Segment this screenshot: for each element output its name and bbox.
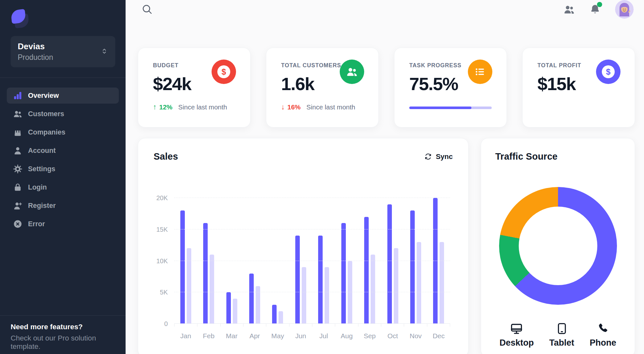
sidebar-item-label: Register [28,202,56,210]
chart-plot-area: 05K10K15K20K [174,198,450,324]
bar [410,210,415,324]
users-icon [13,109,23,119]
bar [364,217,369,324]
gridline [174,198,450,198]
x-axis-ticks [174,324,450,327]
sidebar-item-error[interactable]: Error [7,216,119,232]
bar [203,223,208,324]
budget-card: BUDGET $24k $ ↑ 12% Since last month [138,48,251,127]
notifications-bell-icon[interactable] [589,4,601,15]
sidebar-item-label: Account [28,147,56,155]
traffic-donut-chart [499,187,617,305]
x-tick-label: Feb [197,332,220,340]
legend-item-tablet: Tablet [549,322,574,348]
sidebar-item-login[interactable]: Login [7,179,119,195]
bar [226,292,231,324]
gear-icon [13,164,23,174]
total-profit-card: TOTAL PROFIT $15k $ [522,48,635,127]
search-icon[interactable] [141,3,153,15]
sidebar-item-companies[interactable]: Companies [7,124,119,140]
main-area: BUDGET $24k $ ↑ 12% Since last month TOT… [126,0,644,354]
sidebar-item-customers[interactable]: Customers [7,106,119,122]
bar [371,255,375,324]
x-tick-label: Sep [358,332,381,340]
sidebar-item-overview[interactable]: Overview [7,88,119,104]
dashboard-content: BUDGET $24k $ ↑ 12% Since last month TOT… [126,19,644,354]
sales-title: Sales [154,151,178,162]
bar-group [312,198,335,324]
sidebar-item-label: Companies [28,128,65,136]
donut-hole [519,207,597,285]
bar-group [427,198,450,324]
tablet-icon [555,322,568,335]
sync-button[interactable]: Sync [424,153,453,161]
stat-cards-row: BUDGET $24k $ ↑ 12% Since last month TOT… [138,48,635,127]
footer-title: Need more features? [11,323,115,331]
user-icon [13,146,23,155]
workspace-name: Devias [18,42,53,51]
trend-percent: 12% [159,103,173,111]
footer-subtitle: Check out our Pro solution template. [11,334,115,351]
sidebar-item-label: Error [28,220,45,228]
bar [233,299,237,324]
sidebar-item-label: Login [28,183,47,191]
contacts-icon[interactable] [563,4,575,15]
bar [295,236,300,324]
workspace-selector[interactable]: Devias Production [11,36,115,67]
devias-logo-icon[interactable] [11,9,40,29]
charts-row: Sales Sync 05K10K15K20K JanFebMarAprMayJ… [138,138,635,354]
sidebar-item-settings[interactable]: Settings [7,161,119,177]
y-tick-label: 0 [154,320,168,328]
bar-group [174,198,197,324]
x-tick-label: Nov [404,332,427,340]
x-tick-label: Jan [174,332,197,340]
users-icon [340,60,364,84]
bar [272,305,277,324]
legend-item-phone: Phone [590,322,616,348]
currency-dollar-icon: $ [212,60,236,84]
avatar[interactable] [615,0,634,19]
bar-group [197,198,220,324]
bar-group [335,198,358,324]
sidebar-item-label: Overview [28,92,59,100]
bar [417,242,421,324]
notification-dot [597,2,602,7]
traffic-source-title: Traffic Source [495,151,620,162]
currency-dollar-icon: $ [596,60,620,84]
bar-group [266,198,289,324]
workspace-environment: Production [18,53,53,62]
legend-label: Phone [590,338,616,348]
bar [249,274,254,324]
arrow-down-icon: ↓ [281,103,285,111]
bar-group [404,198,427,324]
x-tick-label: Mar [220,332,243,340]
y-tick-label: 5K [154,289,168,296]
trend-percent: 16% [288,103,301,111]
bar [210,255,214,324]
sales-card: Sales Sync 05K10K15K20K JanFebMarAprMayJ… [138,138,469,354]
lock-icon [13,182,23,192]
x-circle-icon [13,219,23,229]
sync-label: Sync [436,153,453,161]
bar [348,261,352,324]
sidebar-item-register[interactable]: Register [7,198,119,214]
topbar [126,0,644,19]
list-bullet-icon [468,60,492,84]
task-progress-bar [409,107,492,109]
legend-label: Desktop [499,338,534,348]
shopping-bag-icon [13,127,23,137]
bar [302,267,306,324]
sales-bar-chart: 05K10K15K20K JanFebMarAprMayJunJulAugSep… [154,175,453,349]
y-tick-label: 10K [154,257,168,265]
x-tick-label: Jul [312,332,335,340]
total-customers-card: TOTAL CUSTOMERS 1.6k ↓ 16% Since last mo… [266,48,379,127]
gridline [174,261,450,261]
y-tick-label: 20K [154,194,168,202]
gridline [174,292,450,292]
sidebar-nav: Overview Customers Companies Account Set… [0,78,126,234]
sidebar-footer: Need more features? Check out our Pro so… [0,315,126,354]
bar-group [381,198,404,324]
sidebar-item-account[interactable]: Account [7,143,119,159]
x-tick-label: Dec [427,332,450,340]
trend-caption: Since last month [307,103,355,111]
